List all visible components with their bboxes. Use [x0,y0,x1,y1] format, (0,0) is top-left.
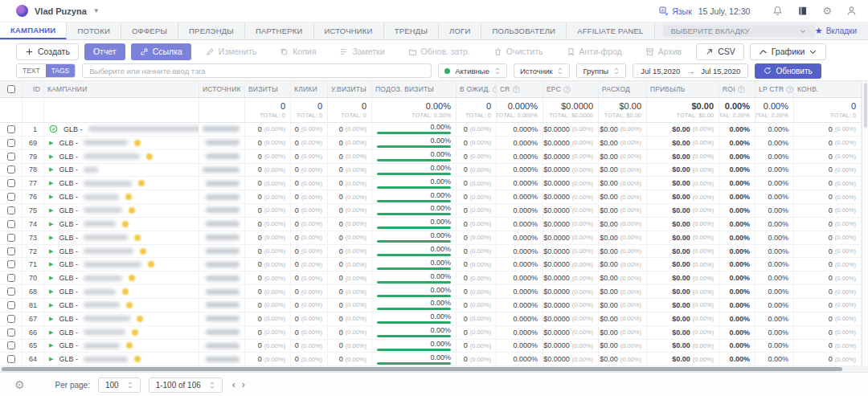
tab-тренды[interactable]: ТРЕНДЫ [384,22,439,39]
row-checkbox[interactable] [7,288,15,296]
campaign-row-71[interactable]: 71▶GLB -0(0.00%)0(0.00%)0(0.00%)0.00%0(0… [0,258,868,271]
play-icon: ▶ [49,166,53,173]
tab-логи[interactable]: ЛОГИ [439,22,481,39]
date-range-picker[interactable]: Jul 15,2020 → Jul 15,2020 [633,63,748,78]
row-checkbox[interactable] [7,301,15,309]
campaign-row-73[interactable]: 73▶GLB -0(0.00%)0(0.00%)0(0.00%)0.00%0(0… [0,231,868,245]
col-header-cr[interactable]: CR? [497,81,543,97]
campaign-row-69[interactable]: 69▶GLB -0(0.00%)0(0.00%)0(0.00%)0.00%0(0… [0,137,868,150]
select-all-checkbox[interactable] [7,85,15,93]
row-checkbox[interactable] [7,234,15,242]
campaign-row-64[interactable]: 64▶GLB -0(0.00%)0(0.00%)0(0.00%)0.00%0(0… [0,353,868,366]
col-header-cost[interactable]: РАСХОД [599,81,647,97]
groups-filter-select[interactable]: Группы [576,63,626,78]
toggle-tags[interactable]: TAGS [46,64,76,77]
row-checkbox[interactable] [7,260,15,268]
campaign-row-76[interactable]: 76▶GLB -0(0.00%)0(0.00%)0(0.00%)0.00%0(0… [0,190,868,204]
csv-button[interactable]: CSV [696,43,744,60]
campaign-row-68[interactable]: 68▶GLB -0(0.00%)0(0.00%)0(0.00%)0.00%0(0… [0,285,868,299]
tab-партнерки[interactable]: ПАРТНЕРКИ [245,22,314,39]
tab-пользователи[interactable]: ПОЛЬЗОВАТЕЛИ [481,22,567,39]
col-header-clicks[interactable]: КЛИКИ [291,81,328,97]
tab-потоки[interactable]: ПОТОКИ [67,22,121,39]
row-checkbox[interactable] [7,165,15,174]
row-checkbox[interactable] [7,179,15,187]
col-header-epc[interactable]: EPC? [543,81,599,97]
campaign-row-66[interactable]: 66▶GLB -0(0.00%)0(0.00%)0(0.00%)0.00%0(0… [0,326,868,340]
col-header-conv[interactable]: КОНВ. [794,81,862,97]
row-checkbox[interactable] [7,193,15,201]
table-settings-gear-icon[interactable]: ⚙ [14,379,25,390]
cell-clicks: 0(0.00%) [291,218,328,231]
ссылка-button[interactable]: Ссылка [131,43,191,60]
row-checkbox[interactable] [7,220,15,228]
col-header-profit[interactable]: ПРИБЫЛЬ [647,81,719,97]
row-checkbox[interactable] [7,329,15,337]
book-icon[interactable] [797,6,808,16]
campaign-row-1[interactable]: 1GLB -0(0.00%)0(0.00%)0(0.00%)0.00%0(0.0… [0,123,868,137]
refresh-button[interactable]: Обновить [755,63,821,79]
row-checkbox[interactable] [7,153,15,161]
page-range-select[interactable]: 1-100 of 106 [149,378,223,393]
tab-источники[interactable]: ИСТОЧНИКИ [314,22,384,39]
row-checkbox[interactable] [7,125,15,133]
bell-icon[interactable] [772,6,783,16]
per-page-select[interactable]: 100 [98,378,141,393]
row-checkbox[interactable] [7,139,15,147]
status-filter-select[interactable]: Активные [438,63,507,78]
col-header-lpctr[interactable]: LP CTR? [755,81,794,97]
col-header-uvisits[interactable]: У.ВИЗИТЫ [328,81,372,97]
toggle-text[interactable]: TEXT [17,64,46,77]
campaign-row-78[interactable]: 78▶GLB -0(0.00%)0(0.00%)0(0.00%)0.00%0(0… [0,164,868,178]
campaign-row-79[interactable]: 79▶GLB -0(0.00%)0(0.00%)0(0.00%)0.00%0(0… [0,150,868,164]
tab-кампании[interactable]: КАМПАНИИ [0,22,67,39]
col-header-id[interactable]: ID [23,81,44,97]
графики-button[interactable]: Графики [750,43,827,60]
help-icon[interactable]: ? [513,86,520,93]
row-checkbox[interactable] [7,247,15,255]
row-checkbox[interactable] [7,341,15,349]
user-icon[interactable] [846,6,857,16]
campaign-row-65[interactable]: 65▶GLB -0(0.00%)0(0.00%)0(0.00%)0.00%0(0… [0,340,868,353]
source-filter-select[interactable]: Источник [514,63,571,78]
col-header-source[interactable]: ИСТОЧНИК [199,81,245,97]
col-header-visits[interactable]: ВИЗИТЫ [245,81,291,97]
tab-прелэнды[interactable]: ПРЕЛЭНДЫ [178,22,245,39]
row-checkbox[interactable] [7,315,15,323]
создать-button[interactable]: Создать [16,43,79,60]
col-header-suspicious[interactable]: ПОДОЗ. ВИЗИТЫ [372,81,457,97]
обнов-затр--button: Обнов. затр. [399,43,479,60]
tab-select-dropdown[interactable]: ВЫБЕРИТЕ ВКЛАДКУ [663,25,815,37]
col-header-pending[interactable]: В ОЖИД.? [457,81,497,97]
total-conv: 0TOTAL: 0 [794,98,862,122]
language-button[interactable]: A Язык [659,6,692,16]
campaign-row-70[interactable]: 70▶GLB -0(0.00%)0(0.00%)0(0.00%)0.00%0(0… [0,271,868,285]
help-icon[interactable]: ? [786,86,793,93]
horizontal-scrollbar[interactable] [2,367,842,371]
chevron-down-icon[interactable]: ▼ [93,7,100,14]
campaign-row-74[interactable]: 74▶GLB -0(0.00%)0(0.00%)0(0.00%)0.00%0(0… [0,218,868,231]
help-icon[interactable]: ? [738,86,745,93]
bookmarks-link[interactable]: ★ Вкладки [815,22,868,39]
cell-source [199,150,245,163]
col-header-roi[interactable]: ROI? [719,81,755,97]
отчет-button[interactable]: Отчет [84,43,125,60]
col-header-name[interactable]: КАМПАНИИ [44,81,199,97]
help-icon[interactable]: ? [563,86,571,93]
prev-page-button[interactable]: ‹ [232,379,235,390]
row-checkbox[interactable] [7,355,15,363]
campaign-row-81[interactable]: 81▶GLB -0(0.00%)0(0.00%)0(0.00%)0.00%0(0… [0,299,868,312]
gear-icon[interactable]: ⚙ [822,6,832,16]
tab-офферы[interactable]: ОФФЕРЫ [121,22,178,39]
tag-search-input[interactable] [82,63,432,78]
campaign-row-75[interactable]: 75▶GLB -0(0.00%)0(0.00%)0(0.00%)0.00%0(0… [0,204,868,218]
next-page-button[interactable]: › [242,379,245,390]
campaign-row-67[interactable]: 67▶GLB -0(0.00%)0(0.00%)0(0.00%)0.00%0(0… [0,312,868,326]
vertical-scrollbar[interactable] [862,81,868,366]
campaign-row-72[interactable]: 72▶GLB -0(0.00%)0(0.00%)0(0.00%)0.00%0(0… [0,245,868,259]
row-checkbox[interactable] [7,274,15,282]
campaign-row-77[interactable]: 77▶GLB -0(0.00%)0(0.00%)0(0.00%)0.00%0(0… [0,177,868,190]
user-menu[interactable]: Vlad Puzyna [35,6,87,16]
row-checkbox[interactable] [7,206,15,214]
tab-affiliate-panel[interactable]: AFFILIATE PANEL [567,22,654,39]
